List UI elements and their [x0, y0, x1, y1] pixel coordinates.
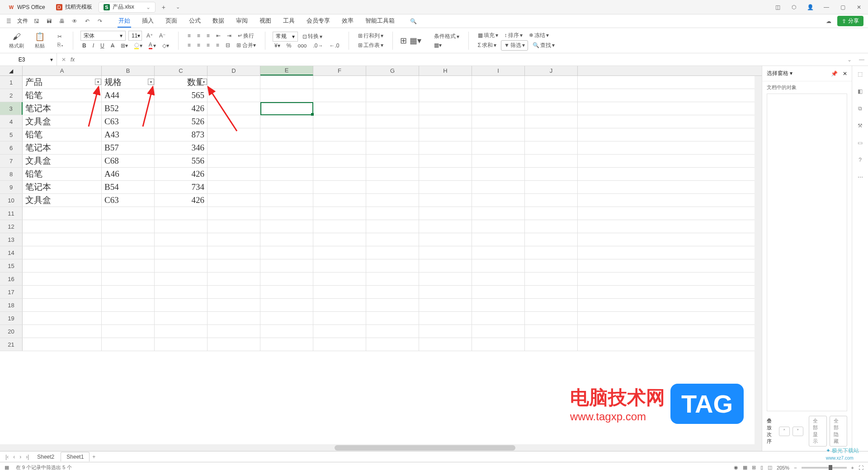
- cell-I2[interactable]: [472, 89, 525, 102]
- cell-I10[interactable]: [472, 194, 525, 207]
- cell-G8[interactable]: [366, 168, 419, 180]
- cell-J10[interactable]: [525, 194, 578, 207]
- search-icon[interactable]: 🔍: [409, 17, 417, 25]
- underline-button[interactable]: U: [99, 42, 106, 50]
- cell-H20[interactable]: [419, 325, 472, 338]
- sheet-next-button[interactable]: ›: [18, 454, 23, 460]
- row-header-18[interactable]: 18: [0, 299, 23, 311]
- cell-F3[interactable]: [313, 102, 366, 115]
- cell-H9[interactable]: [419, 181, 472, 193]
- cell-B3[interactable]: B52: [102, 102, 155, 115]
- cell-G13[interactable]: [366, 233, 419, 246]
- cell-C11[interactable]: [155, 207, 208, 220]
- view-icon-2[interactable]: ▦: [743, 465, 747, 470]
- border-button[interactable]: ⊞▾: [119, 42, 130, 50]
- namebox-dropdown-icon[interactable]: ▾: [50, 56, 53, 63]
- cell-A6[interactable]: 笔记本: [23, 141, 102, 154]
- cell-D8[interactable]: [208, 168, 260, 180]
- cell-style-button[interactable]: ▦▾: [410, 36, 421, 46]
- cell-H8[interactable]: [419, 168, 472, 180]
- cell-C21[interactable]: [155, 338, 208, 351]
- cell-C12[interactable]: [155, 220, 208, 233]
- find-button[interactable]: 🔍 查找▾: [531, 41, 557, 50]
- cell-F18[interactable]: [313, 299, 366, 311]
- cell-F20[interactable]: [313, 325, 366, 338]
- row-header-16[interactable]: 16: [0, 273, 23, 285]
- comma-button[interactable]: ооо: [296, 42, 308, 50]
- select-tool-icon[interactable]: ⬚: [856, 70, 865, 79]
- cell-G6[interactable]: [366, 141, 419, 154]
- row-header-3[interactable]: 3: [0, 102, 23, 115]
- styles-button[interactable]: ▦▾: [432, 41, 443, 49]
- cell-E16[interactable]: [260, 273, 313, 285]
- cell-H7[interactable]: [419, 155, 472, 167]
- zoom-out-button[interactable]: −: [794, 465, 797, 470]
- cell-G2[interactable]: [366, 89, 419, 102]
- row-header-1[interactable]: 1: [0, 76, 23, 89]
- cell-D16[interactable]: [208, 273, 260, 285]
- status-icon[interactable]: ▦: [5, 465, 9, 470]
- cell-A12[interactable]: [23, 220, 102, 233]
- cell-H2[interactable]: [419, 89, 472, 102]
- cell-D10[interactable]: [208, 194, 260, 207]
- cell-C19[interactable]: [155, 312, 208, 324]
- cell-B6[interactable]: B57: [102, 141, 155, 154]
- column-header-E[interactable]: E: [260, 66, 313, 75]
- cell-C5[interactable]: 873: [155, 128, 208, 141]
- column-header-J[interactable]: J: [525, 66, 578, 75]
- cell-H15[interactable]: [419, 259, 472, 272]
- align-right-button[interactable]: ≡: [205, 41, 212, 49]
- cell-I3[interactable]: [472, 102, 525, 115]
- cell-A21[interactable]: [23, 338, 102, 351]
- user-avatar[interactable]: 👤: [805, 2, 816, 13]
- cell-C9[interactable]: 734: [155, 181, 208, 193]
- cell-C4[interactable]: 526: [155, 115, 208, 128]
- print-icon[interactable]: 🖶: [58, 17, 66, 25]
- ribbon-tab-5[interactable]: 审阅: [235, 15, 249, 28]
- cell-A13[interactable]: [23, 233, 102, 246]
- cell-J7[interactable]: [525, 155, 578, 167]
- cell-C10[interactable]: 426: [155, 194, 208, 207]
- cell-A5[interactable]: 铅笔: [23, 128, 102, 141]
- cell-D20[interactable]: [208, 325, 260, 338]
- more-icon[interactable]: ⋯: [856, 173, 865, 182]
- cell-G5[interactable]: [366, 128, 419, 141]
- decrease-font-button[interactable]: A⁻: [157, 32, 167, 40]
- cell-F4[interactable]: [313, 115, 366, 128]
- link-icon[interactable]: ⚒: [856, 121, 865, 130]
- column-header-F[interactable]: F: [313, 66, 366, 75]
- view-page-icon[interactable]: ▯: [760, 465, 763, 470]
- cell-E20[interactable]: [260, 325, 313, 338]
- row-header-12[interactable]: 12: [0, 220, 23, 233]
- dec-dec-button[interactable]: ←.0: [328, 42, 341, 50]
- collapse-panel-icon[interactable]: —: [855, 56, 868, 63]
- cell-H3[interactable]: [419, 102, 472, 115]
- file-tab[interactable]: S 产品.xlsx ⌄: [99, 2, 156, 13]
- cell-F10[interactable]: [313, 194, 366, 207]
- freeze-button[interactable]: ❄ 冻结▾: [527, 31, 551, 40]
- cell-B21[interactable]: [102, 338, 155, 351]
- cell-A3[interactable]: 笔记本: [23, 102, 102, 115]
- dec-inc-button[interactable]: .0→: [311, 42, 325, 50]
- minimize-button[interactable]: —: [821, 2, 832, 13]
- cell-H4[interactable]: [419, 115, 472, 128]
- cell-E18[interactable]: [260, 299, 313, 311]
- cell-D2[interactable]: [208, 89, 260, 102]
- row-header-20[interactable]: 20: [0, 325, 23, 338]
- ribbon-tab-10[interactable]: 智能工具箱: [364, 15, 396, 28]
- move-up-button[interactable]: ˄: [779, 427, 790, 436]
- cell-F12[interactable]: [313, 220, 366, 233]
- number-format-select[interactable]: 常规▾: [273, 32, 298, 42]
- cell-G11[interactable]: [366, 207, 419, 220]
- bold-button[interactable]: B: [80, 42, 88, 50]
- window-icon-1[interactable]: ◫: [772, 2, 783, 13]
- cell-H11[interactable]: [419, 207, 472, 220]
- view-icon-1[interactable]: ◉: [734, 465, 738, 470]
- vertical-scrollbar[interactable]: [755, 76, 762, 451]
- cell-J6[interactable]: [525, 141, 578, 154]
- cell-J2[interactable]: [525, 89, 578, 102]
- ribbon-tab-3[interactable]: 公式: [188, 15, 202, 28]
- cell-C18[interactable]: [155, 299, 208, 311]
- ribbon-tab-0[interactable]: 开始: [118, 15, 131, 28]
- cell-A18[interactable]: [23, 299, 102, 311]
